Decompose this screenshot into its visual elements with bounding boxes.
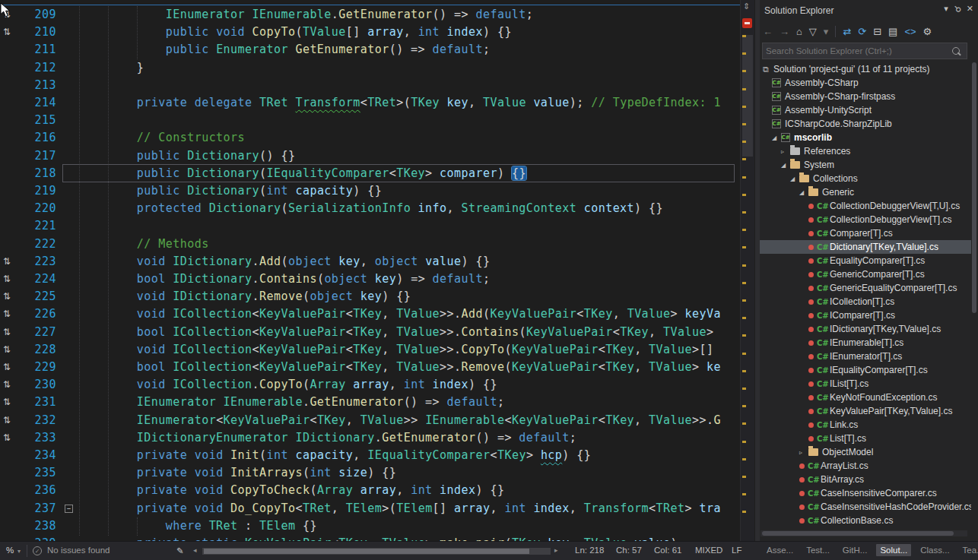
line-number[interactable]: 235: [18, 464, 56, 482]
line-number[interactable]: 213: [18, 77, 56, 94]
document-health-error-icon[interactable]: [742, 18, 752, 28]
tree-item-assembly-csharp-firstpass[interactable]: C#Assembly-CSharp-firstpass: [760, 90, 971, 103]
code-line[interactable]: bool ICollection<KeyValuePair<TKey, TVal…: [79, 359, 721, 376]
char-indicator[interactable]: Ch: 57: [616, 546, 642, 555]
zoom-control[interactable]: %: [6, 546, 14, 555]
line-number[interactable]: 227: [18, 324, 56, 341]
implements-glyph-icon[interactable]: ⇅: [3, 429, 18, 448]
tool-window-tab-solut[interactable]: Solut...: [876, 544, 911, 556]
tree-vertical-scrollbar-thumb[interactable]: [972, 62, 976, 313]
code-line[interactable]: }: [79, 59, 144, 77]
tree-item-mscorlib[interactable]: ◢C#mscorlib: [760, 131, 971, 144]
tree-item-collectiondebuggerview-t-cs[interactable]: C#CollectionDebuggerView[T].cs: [760, 213, 971, 226]
tool-window-tab-gith[interactable]: GitH...: [839, 544, 872, 556]
code-line[interactable]: public Enumerator GetEnumerator() => def…: [79, 41, 490, 59]
tree-item-comparer-t-cs[interactable]: C#Comparer[T].cs: [760, 226, 971, 240]
implements-glyph-icon[interactable]: ⇅: [3, 271, 18, 289]
tree-item-arraylist-cs[interactable]: C#ArrayList.cs: [760, 459, 971, 473]
implements-glyph-icon[interactable]: ⇅: [3, 288, 18, 306]
chevron-expanded-icon[interactable]: ◢: [772, 134, 781, 141]
line-number[interactable]: 218: [18, 165, 56, 182]
line-number[interactable]: 221: [18, 217, 56, 235]
tree-item-system[interactable]: ◢System: [760, 158, 971, 172]
implements-glyph-icon[interactable]: ⇅: [3, 253, 18, 271]
line-number[interactable]: 226: [18, 305, 56, 323]
code-line[interactable]: protected Dictionary(SerializationInfo i…: [79, 200, 663, 217]
code-line[interactable]: // Constructors: [79, 129, 245, 147]
code-line[interactable]: private void Do_CopyTo<TRet, TElem>(TEle…: [79, 500, 721, 517]
tree-item-equalitycomparer-t-cs[interactable]: C#EqualityComparer[T].cs: [760, 254, 971, 267]
chevron-expanded-icon[interactable]: ◢: [790, 176, 799, 182]
line-number[interactable]: 236: [18, 482, 56, 499]
tree-item-collections[interactable]: ◢Collections: [760, 172, 971, 185]
tree-item-dictionary-tkey-tvalue-cs[interactable]: C#Dictionary[TKey,TValue].cs: [760, 240, 971, 254]
line-number[interactable]: 222: [18, 236, 56, 253]
line-number[interactable]: 231: [18, 394, 56, 411]
fold-collapse-box[interactable]: −: [65, 505, 73, 513]
tool-window-tab-tea[interactable]: Tea...: [959, 544, 978, 556]
tree-item-link-cs[interactable]: C#Link.cs: [760, 418, 971, 432]
scrollbar-thumb[interactable]: [762, 531, 954, 536]
line-indicator[interactable]: Ln: 218: [575, 546, 604, 555]
tree-item-genericequalitycomparer-t-cs[interactable]: C#GenericEqualityComparer[T].cs: [760, 281, 971, 295]
line-number[interactable]: 232: [18, 412, 56, 429]
code-line[interactable]: void IDictionary.Add(object key, object …: [79, 253, 490, 271]
tree-item-ienumerable-t-cs[interactable]: C#IEnumerable[T].cs: [760, 336, 971, 350]
tree-item-assembly-csharp[interactable]: C#Assembly-CSharp: [760, 76, 971, 90]
line-number[interactable]: 214: [18, 94, 56, 112]
line-number[interactable]: 239: [18, 535, 56, 541]
line-number[interactable]: 229: [18, 359, 56, 376]
indentation-indicator[interactable]: MIXED: [695, 546, 722, 555]
zoom-caret-icon[interactable]: ▾: [17, 548, 21, 555]
code-line[interactable]: public Dictionary(int capacity) {}: [79, 182, 382, 200]
tree-item-references[interactable]: ▹References: [760, 144, 971, 158]
scroll-left-icon[interactable]: ◂: [193, 546, 197, 554]
tree-item-caseinsensitivehashcodeprovider-cs[interactable]: C#CaseInsensitiveHashCodeProvider.cs: [760, 500, 971, 514]
line-number[interactable]: 220: [18, 200, 56, 217]
tree-item-generic[interactable]: ◢Generic: [760, 185, 971, 199]
code-editor[interactable]: ⇅209IEnumerator IEnumerable.GetEnumerato…: [0, 0, 755, 541]
code-line[interactable]: IEnumerator IEnumerable.GetEnumerator() …: [79, 6, 533, 24]
line-number[interactable]: 223: [18, 253, 56, 271]
code-line[interactable]: void IDictionary.Remove(object key) {}: [79, 288, 411, 305]
code-line[interactable]: void ICollection.CopyTo(Array array, int…: [79, 376, 497, 394]
line-number[interactable]: 225: [18, 288, 56, 305]
line-ending-indicator[interactable]: LF: [732, 546, 741, 555]
line-number[interactable]: 216: [18, 129, 56, 147]
code-line[interactable]: private delegate TRet Transform<TRet>(TK…: [79, 94, 721, 112]
tree-item-icollection-t-cs[interactable]: C#ICollection[T].cs: [760, 295, 971, 308]
tree-item-collectionbase-cs[interactable]: C#CollectionBase.cs: [760, 514, 971, 527]
code-line[interactable]: where TRet : TElem {}: [79, 517, 317, 535]
code-line[interactable]: private void CopyToCheck(Array array, in…: [79, 482, 504, 499]
code-line[interactable]: private void InitArrays(int size) {}: [79, 464, 396, 482]
column-indicator[interactable]: Col: 61: [654, 546, 681, 555]
tree-horizontal-scrollbar[interactable]: [760, 530, 967, 536]
code-line[interactable]: IEnumerator IEnumerable.GetEnumerator() …: [79, 394, 504, 411]
line-number[interactable]: 238: [18, 517, 56, 535]
implements-glyph-icon[interactable]: ⇅: [3, 24, 18, 42]
chevron-collapsed-icon[interactable]: ▹: [799, 449, 808, 456]
tree-item-keynotfoundexception-cs[interactable]: C#KeyNotFoundException.cs: [760, 391, 971, 404]
scrollbar-thumb[interactable]: [204, 549, 529, 554]
implements-glyph-icon[interactable]: ⇅: [3, 341, 18, 359]
code-line[interactable]: void ICollection<KeyValuePair<TKey, TVal…: [79, 341, 713, 359]
tree-item-caseinsensitivecomparer-cs[interactable]: C#CaseInsensitiveComparer.cs: [760, 486, 971, 500]
line-number[interactable]: 233: [18, 429, 56, 447]
tree-item-icomparer-t-cs[interactable]: C#IComparer[T].cs: [760, 308, 971, 322]
tree-item-objectmodel[interactable]: ▹ObjectModel: [760, 445, 971, 459]
tree-item-keyvaluepair-tkey-tvalue-cs[interactable]: C#KeyValuePair[TKey,TValue].cs: [760, 404, 971, 418]
tool-window-tab-test[interactable]: Test...: [802, 544, 834, 556]
line-number[interactable]: 234: [18, 447, 56, 464]
split-editor-handle-icon[interactable]: ⇕: [743, 2, 750, 11]
line-number[interactable]: 215: [18, 112, 56, 129]
implements-glyph-icon[interactable]: ⇅: [3, 305, 18, 324]
tree-item-solution-project-gui-11-of-11-projects[interactable]: ⧉Solution 'project-gui' (11 of 11 projec…: [760, 62, 971, 76]
line-number[interactable]: 209: [18, 6, 56, 24]
code-line[interactable]: IDictionaryEnumerator IDictionary.GetEnu…: [79, 429, 576, 447]
implements-glyph-icon[interactable]: ⇅: [3, 359, 18, 377]
tree-item-ienumerator-t-cs[interactable]: C#IEnumerator[T].cs: [760, 350, 971, 363]
code-line[interactable]: void ICollection<KeyValuePair<TKey, TVal…: [79, 305, 721, 323]
line-number[interactable]: 211: [18, 41, 56, 59]
code-line[interactable]: // Methods: [79, 236, 209, 253]
code-line[interactable]: bool IDictionary.Contains(object key) =>…: [79, 271, 490, 288]
